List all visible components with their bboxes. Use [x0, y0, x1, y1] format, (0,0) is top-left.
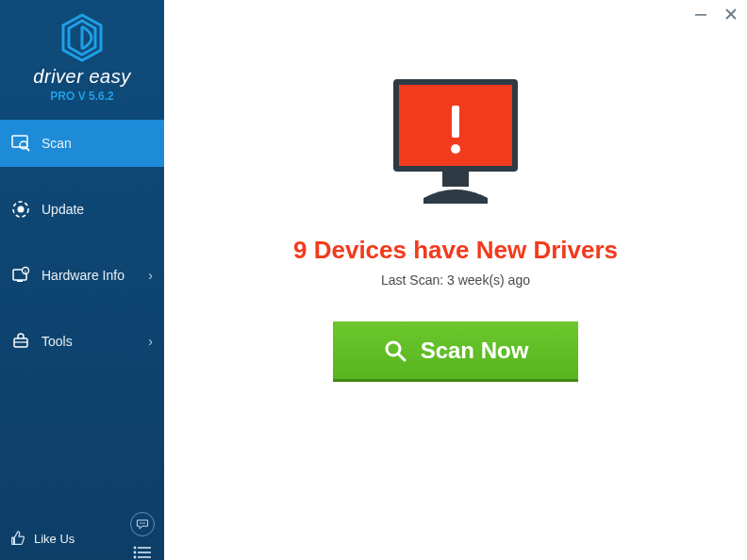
sidebar-item-hardware-info[interactable]: i Hardware Info ›	[0, 252, 164, 299]
close-icon	[724, 8, 738, 21]
app-logo-icon	[59, 13, 105, 62]
svg-line-4	[26, 148, 29, 151]
list-icon	[133, 546, 152, 559]
close-button[interactable]	[722, 6, 739, 23]
thumbs-up-icon	[9, 530, 26, 547]
svg-point-16	[134, 547, 137, 550]
sidebar-item-label: Tools	[42, 334, 148, 349]
svg-rect-19	[138, 552, 151, 553]
scan-now-label: Scan Now	[421, 338, 529, 364]
svg-rect-27	[452, 106, 459, 138]
sidebar-item-label: Hardware Info	[42, 268, 148, 283]
svg-point-3	[20, 141, 27, 149]
menu-button[interactable]	[130, 540, 155, 560]
chevron-right-icon: ›	[148, 268, 153, 283]
window-controls	[692, 6, 739, 23]
alert-monitor-icon	[380, 74, 531, 215]
magnifier-icon	[383, 338, 407, 363]
minimize-button[interactable]	[692, 6, 709, 23]
svg-rect-22	[695, 14, 706, 16]
svg-point-6	[18, 206, 25, 213]
last-scan-text: Last Scan: 3 week(s) ago	[381, 272, 530, 288]
like-us-button[interactable]: Like Us	[9, 530, 75, 547]
sidebar: driver easy PRO V 5.6.2 Scan Update	[0, 0, 164, 560]
svg-point-28	[451, 144, 460, 154]
sidebar-footer: Like Us	[0, 517, 164, 560]
hardware-info-icon: i	[11, 266, 30, 285]
sidebar-item-label: Scan	[42, 136, 153, 151]
svg-point-14	[141, 522, 142, 523]
svg-point-15	[143, 522, 144, 523]
sidebar-item-scan[interactable]: Scan	[0, 120, 164, 167]
tools-icon	[11, 332, 30, 351]
svg-point-20	[134, 556, 137, 559]
sidebar-item-tools[interactable]: Tools ›	[0, 318, 164, 365]
update-icon	[11, 200, 30, 219]
chevron-right-icon: ›	[148, 334, 153, 349]
scan-icon	[11, 134, 30, 153]
svg-line-31	[398, 354, 405, 360]
svg-rect-29	[442, 172, 469, 187]
sidebar-item-update[interactable]: Update	[0, 186, 164, 233]
main-panel: 9 Devices have New Drivers Last Scan: 3 …	[164, 0, 747, 560]
feedback-button[interactable]	[130, 512, 155, 536]
brand-block: driver easy PRO V 5.6.2	[0, 0, 164, 110]
svg-point-18	[134, 552, 137, 554]
svg-point-13	[140, 522, 141, 523]
scan-now-button[interactable]: Scan Now	[333, 321, 578, 382]
svg-rect-8	[17, 280, 23, 282]
svg-rect-17	[138, 547, 151, 549]
like-us-label: Like Us	[34, 532, 75, 546]
svg-rect-21	[138, 556, 151, 558]
sidebar-item-label: Update	[42, 202, 153, 217]
status-headline: 9 Devices have New Drivers	[293, 236, 618, 265]
app-name: driver easy	[0, 66, 164, 88]
minimize-icon	[694, 8, 707, 21]
app-version: PRO V 5.6.2	[0, 90, 164, 103]
chat-icon	[136, 518, 149, 531]
sidebar-nav: Scan Update i Hardware Info ›	[0, 120, 164, 560]
